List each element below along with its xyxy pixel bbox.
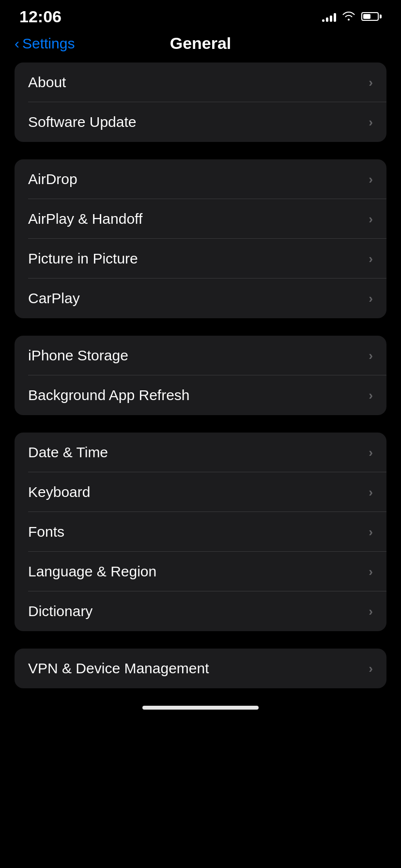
settings-row-iphone-storage[interactable]: iPhone Storage› — [15, 336, 386, 375]
back-label: Settings — [22, 35, 75, 52]
group-vpn: VPN & Device Management› — [15, 649, 386, 688]
label-language-region: Language & Region — [28, 563, 156, 580]
wifi-icon — [342, 10, 355, 23]
label-iphone-storage: iPhone Storage — [28, 347, 128, 364]
settings-row-language-region[interactable]: Language & Region› — [15, 552, 386, 591]
settings-row-background-app-refresh[interactable]: Background App Refresh› — [15, 375, 386, 415]
settings-row-keyboard[interactable]: Keyboard› — [15, 472, 386, 512]
chevron-right-icon: › — [369, 172, 373, 187]
page-title: General — [170, 34, 231, 53]
chevron-right-icon: › — [369, 115, 373, 130]
chevron-right-icon: › — [369, 348, 373, 363]
chevron-right-icon: › — [369, 75, 373, 90]
chevron-right-icon: › — [369, 291, 373, 306]
back-button[interactable]: ‹ Settings — [15, 35, 75, 52]
chevron-right-icon: › — [369, 388, 373, 403]
label-fonts: Fonts — [28, 524, 64, 540]
settings-row-about[interactable]: About› — [15, 62, 386, 102]
label-carplay: CarPlay — [28, 290, 80, 307]
settings-row-dictionary[interactable]: Dictionary› — [15, 591, 386, 631]
chevron-right-icon: › — [369, 445, 373, 460]
settings-row-picture-in-picture[interactable]: Picture in Picture› — [15, 239, 386, 279]
status-bar: 12:06 — [0, 0, 401, 29]
back-chevron-icon: ‹ — [15, 35, 19, 52]
label-airplay-handoff: AirPlay & Handoff — [28, 211, 142, 227]
chevron-right-icon: › — [369, 485, 373, 500]
settings-row-date-time[interactable]: Date & Time› — [15, 433, 386, 472]
settings-row-vpn-device-management[interactable]: VPN & Device Management› — [15, 649, 386, 688]
chevron-right-icon: › — [369, 212, 373, 227]
group-locale: Date & Time›Keyboard›Fonts›Language & Re… — [15, 433, 386, 631]
label-picture-in-picture: Picture in Picture — [28, 250, 138, 267]
signal-icon — [322, 11, 336, 22]
label-background-app-refresh: Background App Refresh — [28, 387, 190, 403]
settings-row-airplay-handoff[interactable]: AirPlay & Handoff› — [15, 199, 386, 239]
group-storage: iPhone Storage›Background App Refresh› — [15, 336, 386, 415]
home-indicator-bar — [142, 706, 259, 710]
status-icons — [322, 10, 382, 23]
home-indicator — [0, 698, 401, 714]
settings-row-fonts[interactable]: Fonts› — [15, 512, 386, 552]
label-dictionary: Dictionary — [28, 603, 93, 620]
battery-icon — [361, 12, 382, 21]
nav-bar: ‹ Settings General — [0, 29, 401, 62]
chevron-right-icon: › — [369, 604, 373, 619]
settings-row-airdrop[interactable]: AirDrop› — [15, 159, 386, 199]
label-keyboard: Keyboard — [28, 484, 90, 500]
group-connectivity: AirDrop›AirPlay & Handoff›Picture in Pic… — [15, 159, 386, 318]
chevron-right-icon: › — [369, 564, 373, 579]
settings-row-carplay[interactable]: CarPlay› — [15, 279, 386, 318]
settings-list: About›Software Update›AirDrop›AirPlay & … — [0, 62, 401, 688]
settings-row-software-update[interactable]: Software Update› — [15, 102, 386, 142]
label-airdrop: AirDrop — [28, 171, 77, 187]
label-software-update: Software Update — [28, 114, 136, 130]
status-time: 12:06 — [19, 7, 62, 26]
chevron-right-icon: › — [369, 525, 373, 540]
label-date-time: Date & Time — [28, 444, 108, 461]
chevron-right-icon: › — [369, 661, 373, 676]
chevron-right-icon: › — [369, 251, 373, 266]
label-vpn-device-management: VPN & Device Management — [28, 660, 209, 677]
label-about: About — [28, 74, 66, 91]
group-about-update: About›Software Update› — [15, 62, 386, 142]
